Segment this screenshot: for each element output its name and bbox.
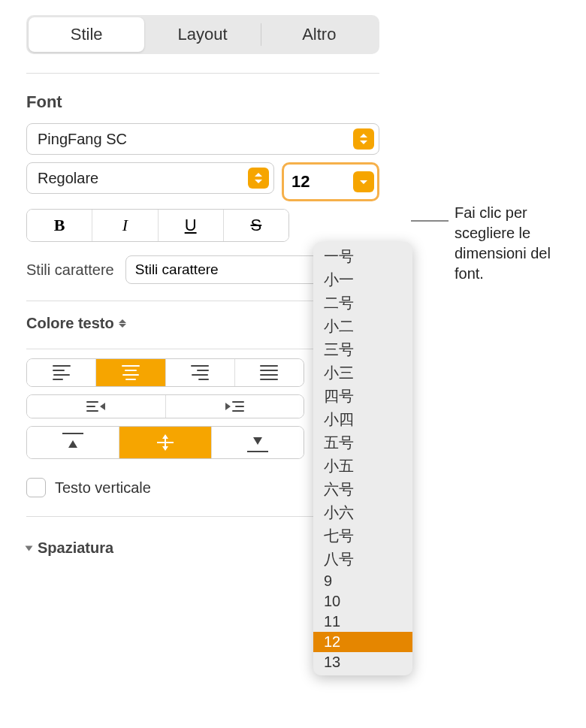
callout-text: Fai clic per scegliere le dimensioni del… (455, 203, 578, 284)
callout-leader-line (411, 220, 449, 222)
font-size-option[interactable]: 四号 (313, 385, 412, 408)
font-size-input[interactable] (291, 172, 353, 192)
valign-top-icon (62, 433, 83, 452)
valign-middle-button[interactable] (119, 427, 212, 458)
decrease-indent-icon (86, 401, 105, 412)
updown-icon (248, 168, 269, 189)
panel-tabs: Stile Layout Altro (26, 15, 379, 54)
font-section-title: Font (26, 92, 379, 112)
svg-rect-0 (157, 442, 174, 443)
text-color-label: Colore testo (26, 315, 114, 332)
character-styles-label: Stili carattere (26, 261, 114, 279)
font-size-option[interactable]: 9 (313, 571, 412, 591)
align-justify-button[interactable] (235, 359, 304, 386)
font-size-option[interactable]: 12 (313, 632, 412, 652)
font-size-option[interactable]: 小一 (313, 268, 412, 292)
font-style-value: Regolare (38, 170, 248, 187)
font-size-menu[interactable]: 一号小一二号小二三号小三四号小四五号小五六号小六七号八号910111213 (313, 242, 412, 675)
updown-icon (353, 128, 374, 150)
text-format-group: B I U S (26, 209, 289, 242)
font-size-option[interactable]: 五号 (313, 431, 412, 455)
font-size-option[interactable]: 六号 (313, 478, 412, 501)
align-center-button[interactable] (96, 359, 165, 386)
strikethrough-button[interactable]: S (224, 210, 288, 241)
valign-top-button[interactable] (27, 427, 119, 458)
valign-bottom-icon (247, 433, 268, 452)
align-right-button[interactable] (166, 359, 235, 386)
align-right-icon (191, 365, 209, 380)
valign-middle-icon (155, 433, 176, 452)
font-size-option[interactable]: 13 (313, 652, 412, 672)
tab-other[interactable]: Altro (261, 17, 377, 52)
underline-button[interactable]: U (159, 210, 224, 241)
indent-group (26, 394, 304, 418)
vertical-text-checkbox[interactable] (26, 478, 46, 497)
valign-bottom-button[interactable] (212, 427, 304, 458)
font-size-option[interactable]: 11 (313, 612, 412, 632)
updown-icon (119, 319, 126, 328)
font-size-option[interactable]: 二号 (313, 292, 412, 315)
align-center-icon (122, 365, 140, 380)
increase-indent-button[interactable] (166, 395, 304, 418)
font-size-option[interactable]: 小五 (313, 455, 412, 478)
font-size-option[interactable]: 一号 (313, 245, 412, 268)
decrease-indent-button[interactable] (27, 395, 166, 418)
font-size-option[interactable]: 小六 (313, 501, 412, 524)
align-left-button[interactable] (27, 359, 96, 386)
spacing-label: Spaziatura (38, 539, 113, 557)
font-size-field[interactable] (282, 162, 379, 201)
italic-button[interactable]: I (92, 210, 158, 241)
chevron-right-icon (26, 545, 32, 552)
font-style-dropdown[interactable]: Regolare (26, 162, 274, 194)
divider (26, 73, 379, 74)
tab-layout[interactable]: Layout (144, 17, 260, 52)
horizontal-align-group (26, 358, 304, 387)
font-size-option[interactable]: 10 (313, 591, 412, 612)
align-justify-icon (260, 365, 278, 380)
font-size-option[interactable]: 七号 (313, 524, 412, 548)
bold-button[interactable]: B (27, 210, 92, 241)
font-family-dropdown[interactable]: PingFang SC (26, 123, 379, 155)
font-size-option[interactable]: 八号 (313, 548, 412, 571)
increase-indent-icon (225, 401, 244, 412)
font-family-value: PingFang SC (38, 131, 353, 148)
vertical-text-label: Testo verticale (55, 479, 151, 497)
align-left-icon (53, 365, 71, 380)
chevron-down-icon[interactable] (353, 171, 374, 192)
font-size-option[interactable]: 小三 (313, 361, 412, 385)
tab-style[interactable]: Stile (29, 17, 144, 52)
font-size-option[interactable]: 小二 (313, 315, 412, 338)
font-size-option[interactable]: 小四 (313, 408, 412, 431)
vertical-align-group (26, 426, 304, 459)
font-size-option[interactable]: 三号 (313, 338, 412, 361)
